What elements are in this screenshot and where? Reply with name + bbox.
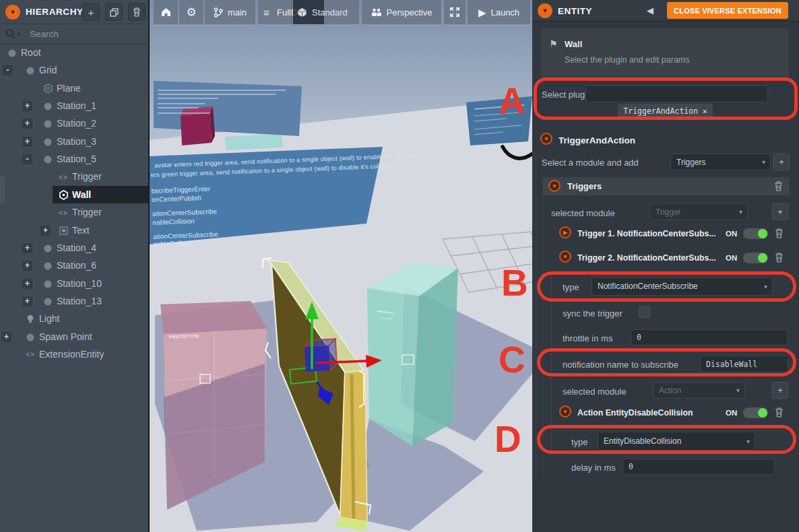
scene-view-button[interactable]: ≡ FullDe Standard: [258, 0, 359, 24]
copy-icon: [110, 8, 119, 17]
tree-toggle[interactable]: +: [22, 261, 32, 271]
search-icon: [5, 28, 22, 40]
tree-toggle[interactable]: -: [22, 154, 32, 164]
projection-button[interactable]: Perspective: [362, 0, 441, 24]
duplicate-button[interactable]: [105, 3, 123, 21]
fullscreen-button[interactable]: [444, 0, 466, 24]
tree-item-station-4[interactable]: +Station_4: [0, 240, 148, 257]
sync-trigger-checkbox[interactable]: [639, 306, 650, 318]
trigger-on-label: ON: [726, 230, 737, 238]
remove-tag-icon[interactable]: ×: [703, 107, 707, 116]
trigger-item-label: Trigger 2. NotificationCenterSubs...: [577, 253, 716, 263]
trigger-expander-icon[interactable]: ▼: [559, 251, 571, 263]
throttle-input[interactable]: 0: [631, 329, 788, 345]
add-module-button[interactable]: +: [773, 154, 790, 170]
home-button[interactable]: [154, 0, 178, 24]
play-icon: ▶: [478, 7, 486, 18]
tree-item-plane[interactable]: Plane: [0, 80, 148, 98]
hierarchy-tree: Root-GridPlane+Station_1+Station_2+Stati…: [0, 44, 148, 374]
tree-item-trigger[interactable]: <>Trigger: [0, 168, 148, 186]
entity-header: ▼ ENTITY ◀ CLOSE VIVERSE EXTENSION: [532, 0, 799, 22]
tree-item-station-5[interactable]: -Station_5: [0, 151, 148, 168]
trigger-expander-icon[interactable]: ▶: [559, 226, 571, 238]
mode-label: Standard: [312, 7, 348, 18]
triggers-expander-icon[interactable]: ▼: [548, 180, 561, 192]
tree-item-station-3[interactable]: +Station_3: [0, 133, 148, 151]
gizmo-center-cube[interactable]: [305, 345, 330, 372]
tree-item-label: Grid: [39, 65, 57, 75]
tree-toggle[interactable]: +: [22, 243, 32, 253]
hierarchy-panel-icon[interactable]: ▼: [5, 5, 20, 20]
tree-toggle[interactable]: +: [22, 101, 32, 111]
delete-triggers-icon[interactable]: [774, 181, 783, 191]
delete-entity-button[interactable]: [128, 3, 146, 21]
throttle-label: throttle in ms: [563, 333, 612, 343]
entity-panel-icon[interactable]: ▼: [538, 3, 552, 18]
tree-item-label: Trigger: [72, 207, 102, 218]
add-entity-button[interactable]: +: [82, 3, 100, 21]
tree-toggle[interactable]: +: [22, 279, 32, 289]
action-type-select[interactable]: EntityDisableCollision▾: [598, 432, 755, 451]
tree-item-station-1[interactable]: +Station_1: [0, 98, 148, 115]
tree-item-label: Light: [39, 313, 59, 324]
action-expander-icon[interactable]: ▼: [559, 405, 571, 418]
entity-icon: [44, 298, 52, 306]
trigger-toggle[interactable]: [743, 253, 768, 263]
delay-input[interactable]: 0: [622, 459, 775, 475]
tree-item-text[interactable]: +Text: [0, 222, 148, 240]
triggers-section-header[interactable]: ▼ Triggers: [542, 177, 790, 195]
tree-toggle[interactable]: -: [3, 65, 13, 75]
tree-item-trigger[interactable]: <>Trigger: [0, 204, 148, 222]
viewport-3d[interactable]: avatar enters red trigger area, send not…: [150, 0, 532, 532]
tree-item-root[interactable]: Root: [0, 44, 148, 62]
panel-edge-handle[interactable]: [0, 176, 5, 203]
delete-action-icon[interactable]: [775, 407, 784, 418]
trigger-type-select[interactable]: NotificationCenterSubscribe▾: [592, 277, 773, 296]
red-cube: [181, 113, 212, 145]
add-action-button[interactable]: +: [772, 382, 788, 399]
launch-button[interactable]: ▶ Launch: [468, 0, 530, 24]
hierarchy-search[interactable]: Search: [0, 24, 148, 44]
plugin-tag[interactable]: TriggerAndAction ×: [618, 104, 713, 119]
tree-item-grid[interactable]: -Grid: [0, 62, 148, 79]
gear-icon: ⚙: [186, 7, 196, 18]
camera-icon: [371, 8, 382, 17]
module-add-select[interactable]: Triggers▾: [670, 154, 771, 170]
notification-name-input[interactable]: DisableWall: [700, 356, 788, 372]
tree-toggle[interactable]: +: [1, 332, 11, 342]
tree-toggle[interactable]: +: [22, 119, 32, 129]
cube-icon: [297, 7, 307, 18]
tree-item-station-10[interactable]: +Station_10: [0, 275, 148, 293]
tree-toggle[interactable]: +: [22, 137, 32, 147]
branch-icon: [214, 7, 223, 18]
tree-item-station-6[interactable]: +Station_6: [0, 257, 148, 275]
plugins-input[interactable]: [585, 86, 768, 102]
entity-icon: [26, 333, 34, 341]
entity-icon: [44, 156, 52, 164]
section-expander-icon[interactable]: ▼: [540, 133, 552, 145]
delete-trigger-icon[interactable]: [775, 228, 784, 238]
entity-icon: [44, 280, 52, 288]
settings-button[interactable]: ⚙: [179, 0, 203, 24]
add-trigger-button[interactable]: +: [772, 203, 788, 220]
tree-item-wall[interactable]: Wall: [0, 187, 148, 204]
flag-icon: ⚑: [549, 38, 558, 49]
info-sign-far: [154, 81, 302, 136]
editor-window: ▼ HIERARCHY + Search Root-GridPlane+Stat…: [0, 0, 799, 532]
collapse-panel-icon[interactable]: ◀: [647, 5, 653, 15]
close-extension-button[interactable]: CLOSE VIVERSE EXTENSION: [667, 2, 788, 19]
tree-item-light[interactable]: Light: [0, 310, 148, 328]
trigger-toggle[interactable]: [743, 228, 768, 239]
tree-item-station-13[interactable]: +Station_13: [0, 293, 148, 310]
selected-module-value: Trigger: [656, 207, 681, 217]
selected-module-select[interactable]: Trigger▾: [649, 203, 748, 220]
tree-toggle[interactable]: +: [40, 226, 51, 236]
action-module-select[interactable]: Action▾: [653, 382, 745, 399]
tree-item-extensionentity[interactable]: <>ExtensionEntity: [0, 346, 148, 364]
tree-item-station-2[interactable]: +Station_2: [0, 115, 148, 133]
delete-trigger-icon[interactable]: [775, 253, 784, 263]
tree-item-spawn-point[interactable]: +Spawn Point: [0, 329, 148, 346]
action-toggle[interactable]: [743, 407, 768, 418]
tree-toggle[interactable]: +: [22, 296, 32, 306]
branch-button[interactable]: main: [205, 0, 255, 24]
